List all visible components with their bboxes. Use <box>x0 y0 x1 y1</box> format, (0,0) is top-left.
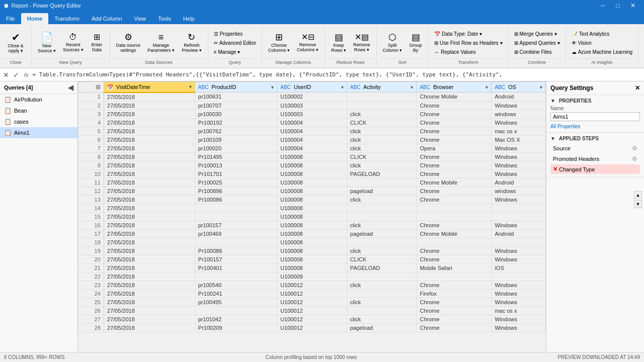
recent-sources-button[interactable]: ⏱ RecentSources ▾ <box>60 31 87 54</box>
formula-input[interactable] <box>33 71 642 78</box>
all-properties-link[interactable]: All Properties <box>550 124 580 129</box>
table-row[interactable]: 4 27/05/2018 Pr100192 U100004 CLICK Chro… <box>78 118 546 127</box>
properties-button[interactable]: ☰ Properties <box>211 30 259 38</box>
step-promoted-headers-gear[interactable]: ⚙ <box>632 155 637 162</box>
manage-button[interactable]: ≡ Manage ▾ <box>211 48 259 56</box>
table-row[interactable]: 10 27/05/2018 Pr101701 U100008 PAGELOAD … <box>78 169 546 178</box>
tab-view[interactable]: View <box>128 13 152 24</box>
table-row[interactable]: 15 27/05/2018 U100008 <box>78 212 546 221</box>
table-row[interactable]: 3 27/05/2018 pr100030 U100003 click Chro… <box>78 110 546 118</box>
table-row[interactable]: 13 27/05/2018 Pr100086 U100008 click Chr… <box>78 195 546 204</box>
table-row[interactable]: 26 27/05/2018 U100012 Chrome mac os x <box>78 306 546 315</box>
productid-filter-icon[interactable]: ▾ <box>271 84 274 90</box>
azure-ml-button[interactable]: ☁ Azure Machine Learning <box>569 48 635 56</box>
table-row[interactable]: 23 27/05/2018 pr100540 U100012 click Chr… <box>78 281 546 289</box>
step-source[interactable]: Source ⚙ <box>550 143 640 153</box>
refresh-preview-button[interactable]: ↻ RefreshPreview ▾ <box>179 31 205 55</box>
table-row[interactable]: 17 27/05/2018 pr100469 U100008 pageload … <box>78 229 546 238</box>
sidebar-item-aims1[interactable]: 📋 Aims1 <box>0 127 77 138</box>
grid-container[interactable]: ⊞ 📅 VisitDateTime ▾ <box>78 81 546 352</box>
sidebar-item-bean[interactable]: 📋 Bean <box>0 105 77 116</box>
remove-rows-button[interactable]: ✕▤ RemoveRows ▾ <box>350 31 373 54</box>
close-button[interactable]: ✕ <box>626 0 640 11</box>
browser-filter-icon[interactable]: ▾ <box>486 84 488 90</box>
table-row[interactable]: 6 27/05/2018 pr100109 U100004 click Chro… <box>78 135 546 144</box>
table-row[interactable]: 11 27/05/2018 Pr100025 U100008 Chrome Mo… <box>78 178 546 187</box>
step-changed-type[interactable]: ✕ Changed Type <box>550 164 640 174</box>
close-apply-button[interactable]: ✔ Close &Apply ▾ <box>3 30 28 55</box>
new-source-button[interactable]: 📄 NewSource ▾ <box>35 30 59 55</box>
split-column-button[interactable]: ⬡ SplitColumn ▾ <box>380 31 406 55</box>
grid-options-icon[interactable]: ⊞ <box>96 83 101 90</box>
tab-help[interactable]: Help <box>177 13 201 24</box>
append-queries-button[interactable]: ⊞ Append Queries ▾ <box>512 39 562 47</box>
table-row[interactable]: 14 27/05/2018 U100008 <box>78 204 546 212</box>
use-first-row-button[interactable]: ⊞ Use First Row as Headers ▾ <box>432 39 505 47</box>
table-row[interactable]: 2 27/05/2018 pr100707 U100003 Chrome Win… <box>78 101 546 110</box>
activity-cell <box>347 306 417 315</box>
query-name-input[interactable] <box>550 112 640 121</box>
table-row[interactable]: 21 27/05/2018 Pr100401 U100008 PAGELOAD … <box>78 263 546 272</box>
formula-cancel-icon[interactable]: ✕ <box>2 70 10 80</box>
combine-files-button[interactable]: ⊞ Combine Files <box>512 48 562 56</box>
productid-cell <box>195 238 277 246</box>
table-row[interactable]: 25 27/05/2018 pr100495 U100012 click Chr… <box>78 298 546 306</box>
enter-data-button[interactable]: ⊞ EnterData <box>88 31 107 54</box>
table-row[interactable]: 1 27/05/2018 pr100631 U100002 Chrome Mob… <box>78 93 546 102</box>
choose-columns-button[interactable]: ⊞ ChooseColumns ▾ <box>265 31 293 55</box>
properties-section-arrow[interactable]: ▼ <box>550 98 555 104</box>
data-type-button[interactable]: 📅 Data Type: Date ▾ <box>432 30 505 38</box>
sidebar-item-airpollution[interactable]: 📋 AirPollution <box>0 94 77 105</box>
table-row[interactable]: 20 27/05/2018 Pr100157 U100008 CLICK Chr… <box>78 255 546 263</box>
table-row[interactable]: 18 27/05/2018 U100008 <box>78 238 546 246</box>
table-row[interactable]: 5 27/05/2018 pr100762 U100004 click Chro… <box>78 127 546 135</box>
step-source-gear[interactable]: ⚙ <box>632 145 637 152</box>
userid-filter-icon[interactable]: ▾ <box>341 84 344 90</box>
tab-add-column[interactable]: Add Column <box>86 13 128 24</box>
table-row[interactable]: 12 27/05/2018 Pr100896 U100008 pageload … <box>78 187 546 195</box>
manage-parameters-button[interactable]: ≡ ManageParameters ▾ <box>144 31 178 55</box>
tab-tools[interactable]: Tools <box>152 13 177 24</box>
col-userid-header[interactable]: ABC UserID ▾ <box>277 82 347 93</box>
table-row[interactable]: 27 27/05/2018 pr101042 U100012 click Chr… <box>78 315 546 323</box>
table-row[interactable]: 22 27/05/2018 U100009 <box>78 272 546 281</box>
text-analytics-button[interactable]: 📝 Text Analytics <box>569 30 635 38</box>
group-by-button[interactable]: ▤ GroupBy <box>406 31 425 55</box>
os-filter-icon[interactable]: ▾ <box>540 84 542 90</box>
col-activity-header[interactable]: ABC Activity ▾ <box>347 82 417 93</box>
minimize-button[interactable]: ─ <box>596 0 610 11</box>
table-row[interactable]: 9 27/05/2018 Pr100013 U100008 click Chro… <box>78 161 546 169</box>
table-row[interactable]: 16 27/05/2018 pr100157 U100008 click Chr… <box>78 221 546 229</box>
tab-home[interactable]: Home <box>21 13 49 24</box>
tab-file[interactable]: File <box>0 13 21 24</box>
activity-filter-icon[interactable]: ▾ <box>411 84 413 90</box>
sidebar-item-cases[interactable]: 📋 cases <box>0 116 77 127</box>
formula-confirm-icon[interactable]: ✓ <box>12 70 20 80</box>
data-source-settings-button[interactable]: ⚙ Data sourcesettings <box>113 31 144 55</box>
remove-columns-button[interactable]: ✕⊟ RemoveColumns ▾ <box>294 31 321 54</box>
steps-scroll-up[interactable]: ▲ <box>634 191 642 199</box>
table-row[interactable]: 8 27/05/2018 Pr101495 U100008 CLICK Chro… <box>78 152 546 161</box>
table-row[interactable]: 7 27/05/2018 pr100020 U100004 click Oper… <box>78 144 546 152</box>
table-row[interactable]: 19 27/05/2018 Pr100086 U100008 click Chr… <box>78 246 546 255</box>
replace-values-button[interactable]: ↔ Replace Values <box>432 48 505 56</box>
applied-steps-arrow[interactable]: ▼ <box>550 136 555 141</box>
col-browser-header[interactable]: ABC Browser ▾ <box>417 82 492 93</box>
col-os-header[interactable]: ABC OS ▾ <box>492 82 546 93</box>
visitdatetime-cell: 27/05/2018 <box>104 298 195 306</box>
sidebar-collapse-button[interactable]: ◀ <box>68 83 73 92</box>
table-row[interactable]: 28 27/05/2018 Pr100209 U100012 pageload … <box>78 323 546 332</box>
advanced-editor-button[interactable]: ✏ Advanced Editor <box>211 39 259 47</box>
restore-button[interactable]: □ <box>611 0 625 11</box>
visitdatetime-filter-icon[interactable]: ▾ <box>189 84 192 89</box>
tab-transform[interactable]: Transform <box>48 13 86 24</box>
table-row[interactable]: 24 27/05/2018 Pr100241 U100012 Firefox W… <box>78 289 546 298</box>
col-productid-header[interactable]: ABC ProductID ▾ <box>195 82 277 93</box>
vision-button[interactable]: 👁 Vision <box>569 39 635 47</box>
keep-rows-button[interactable]: ▤ KeepRows ▾ <box>328 31 349 55</box>
merge-queries-button[interactable]: ⊞ Merge Queries ▾ <box>512 30 562 38</box>
col-visitdatetime-header[interactable]: 📅 VisitDateTime ▾ <box>104 82 195 93</box>
step-promoted-headers[interactable]: Promoted Headers ⚙ <box>550 154 640 164</box>
close-right-panel-button[interactable]: ✕ <box>635 84 640 92</box>
steps-scroll-down[interactable]: ▼ <box>634 200 642 208</box>
